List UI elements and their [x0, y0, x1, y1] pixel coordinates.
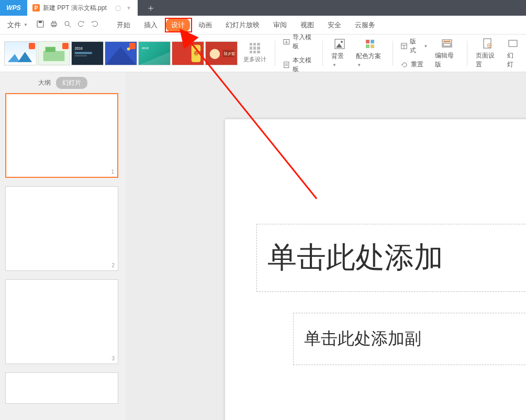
- slide-panel: 大纲 幻灯片 1 2 3: [0, 72, 126, 420]
- workspace: 大纲 幻灯片 1 2 3 单击此处添加 单击此处添加副: [0, 72, 526, 420]
- template-thumb[interactable]: 2018: [71, 41, 104, 65]
- current-slide[interactable]: 单击此处添加 单击此处添加副: [225, 119, 526, 420]
- svg-rect-13: [75, 55, 87, 56]
- slide-size-button-truncated[interactable]: 幻灯: [504, 37, 522, 70]
- svg-marker-8: [18, 52, 32, 62]
- undo-icon[interactable]: [77, 20, 85, 30]
- tab-slideshow[interactable]: 幻灯片放映: [220, 18, 265, 32]
- svg-point-20: [210, 49, 220, 59]
- menu-bar: 文件 ▼ 开始 插入 设计 动画 幻灯片放映 审阅 视图 安全 云服务: [0, 16, 526, 35]
- more-designs-button[interactable]: 更多设计: [240, 38, 270, 69]
- save-icon[interactable]: [36, 20, 44, 30]
- ribbon-divider: [393, 41, 393, 66]
- reset-icon: [400, 61, 409, 69]
- grid-icon: [250, 43, 260, 53]
- template-thumb[interactable]: 2018: [138, 41, 171, 65]
- more-designs-label: 更多设计: [243, 55, 266, 63]
- edit-master-label: 编辑母版: [435, 51, 458, 69]
- slide-thumbnail[interactable]: [5, 372, 118, 404]
- template-thumb[interactable]: 除夕宴: [205, 41, 238, 65]
- slide-thumbnail[interactable]: 2: [5, 186, 118, 271]
- outline-tab[interactable]: 大纲: [38, 78, 51, 87]
- layout-label: 版式: [410, 37, 421, 55]
- background-label: 背景: [331, 52, 344, 60]
- svg-rect-39: [443, 43, 451, 46]
- document-tab[interactable]: P 新建 PPT 演示文稿.ppt ▢ ▾: [27, 0, 138, 16]
- redo-icon[interactable]: [91, 20, 99, 30]
- template-thumb[interactable]: [105, 41, 137, 65]
- this-doc-template-button[interactable]: 本文模板: [281, 55, 317, 75]
- svg-text:春节: 春节: [194, 50, 204, 56]
- slide-thumbnail[interactable]: 1: [5, 93, 118, 178]
- template-group: 导入模板 本文模板: [281, 32, 317, 75]
- svg-point-29: [341, 41, 343, 43]
- slide-thumbnail[interactable]: 3: [5, 279, 118, 364]
- color-scheme-label: 配色方案: [356, 52, 381, 60]
- slides-tab[interactable]: 幻灯片: [56, 77, 87, 89]
- background-button[interactable]: 背景▼: [328, 37, 351, 69]
- svg-text:除夕宴: 除夕宴: [224, 52, 235, 55]
- ribbon-divider: [322, 41, 323, 66]
- ribbon-divider: [275, 41, 275, 66]
- svg-rect-33: [371, 44, 374, 48]
- template-thumb[interactable]: [38, 41, 70, 65]
- reset-label: 重置: [411, 60, 423, 69]
- tab-view[interactable]: 视图: [295, 18, 319, 32]
- tab-cloud[interactable]: 云服务: [350, 18, 380, 32]
- import-template-label: 导入模板: [293, 33, 316, 51]
- tab-security[interactable]: 安全: [322, 18, 346, 32]
- page-setup-button[interactable]: 页面设置: [473, 37, 502, 70]
- svg-rect-30: [366, 40, 370, 43]
- slide-panel-tabs: 大纲 幻灯片: [0, 75, 126, 90]
- svg-text:2018: 2018: [142, 46, 149, 49]
- slide-number: 1: [111, 169, 114, 175]
- app-brand: WPS: [0, 0, 27, 16]
- svg-rect-10: [46, 47, 55, 52]
- svg-rect-38: [443, 41, 451, 42]
- svg-point-5: [65, 21, 69, 26]
- svg-marker-7: [8, 54, 20, 62]
- page-setup-icon: [482, 38, 493, 49]
- palette-icon: [364, 38, 376, 50]
- document-title: 新建 PPT 演示文稿.ppt: [43, 4, 107, 13]
- window-restore-icon[interactable]: ▢: [115, 4, 121, 12]
- subtitle-placeholder[interactable]: 单击此处添加副: [293, 313, 526, 365]
- tab-animation[interactable]: 动画: [193, 18, 217, 32]
- tab-menu-icon[interactable]: ▾: [127, 4, 130, 12]
- color-scheme-button[interactable]: 配色方案▼: [353, 37, 387, 69]
- new-tab-button[interactable]: ＋: [138, 0, 164, 16]
- ribbon-tabs: 开始 插入 设计 动画 幻灯片放映 审阅 视图 安全 云服务: [111, 18, 380, 32]
- title-bar: WPS P 新建 PPT 演示文稿.ppt ▢ ▾ ＋: [0, 0, 526, 16]
- reset-button[interactable]: 重置: [398, 59, 430, 70]
- edit-master-button[interactable]: 编辑母版: [432, 37, 461, 70]
- layout-group: 版式▼ 重置: [398, 36, 430, 70]
- svg-rect-3: [52, 21, 55, 23]
- template-thumb[interactable]: 春节: [172, 41, 204, 65]
- tab-review[interactable]: 审阅: [268, 18, 292, 32]
- design-template-gallery: 2018 2018 春节 除夕宴: [4, 41, 238, 65]
- tab-start[interactable]: 开始: [111, 18, 136, 32]
- template-thumb[interactable]: [4, 41, 37, 65]
- slide-editor[interactable]: 单击此处添加 单击此处添加副: [126, 72, 526, 420]
- import-template-button[interactable]: 导入模板: [281, 32, 317, 52]
- title-placeholder[interactable]: 单击此处添加: [256, 224, 526, 292]
- design-ribbon: 2018 2018 春节 除夕宴 更多设计 导入模板 本文模板 背景▼: [0, 35, 526, 72]
- svg-rect-32: [366, 44, 370, 48]
- svg-rect-42: [509, 40, 517, 47]
- svg-rect-31: [371, 40, 374, 43]
- slide-icon: [507, 38, 519, 49]
- print-icon[interactable]: [50, 20, 58, 30]
- import-icon: [283, 38, 290, 46]
- svg-point-15: [127, 47, 130, 50]
- tab-design[interactable]: 设计: [166, 18, 190, 32]
- layout-button[interactable]: 版式▼: [398, 36, 430, 56]
- file-menu[interactable]: 文件 ▼: [4, 20, 31, 30]
- page-setup-label: 页面设置: [476, 51, 499, 69]
- master-icon: [441, 38, 453, 49]
- chevron-down-icon: ▼: [357, 63, 361, 67]
- document-icon: [283, 61, 290, 69]
- ribbon-divider: [467, 41, 467, 66]
- svg-rect-24: [284, 62, 289, 67]
- tab-insert[interactable]: 插入: [139, 18, 163, 32]
- print-preview-icon[interactable]: [63, 20, 72, 30]
